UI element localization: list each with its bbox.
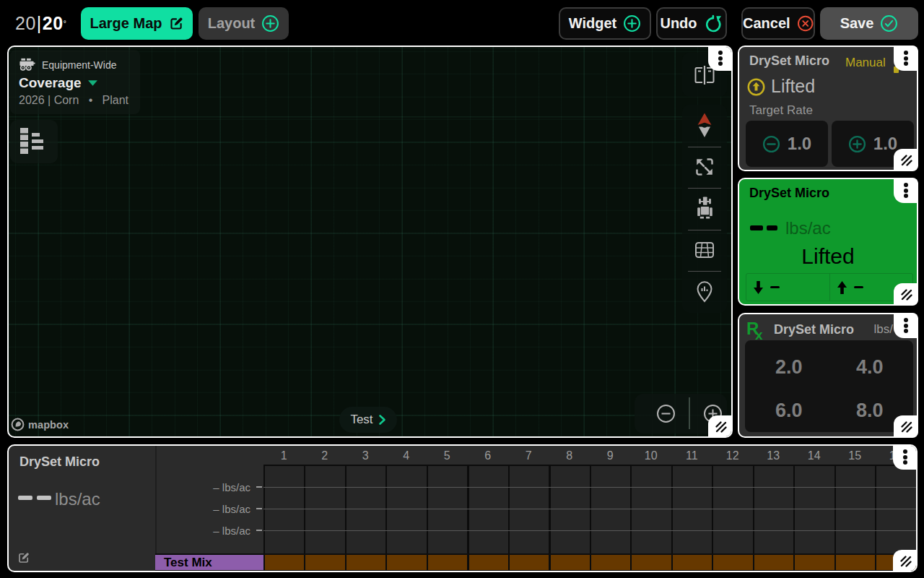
svg-text:x: x bbox=[755, 327, 763, 340]
